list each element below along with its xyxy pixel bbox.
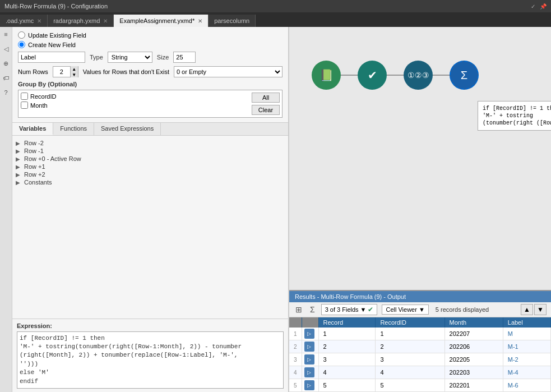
tab-saved-expressions[interactable]: Saved Expressions xyxy=(94,123,161,135)
nav-down-arrow[interactable]: ▼ xyxy=(534,304,547,315)
expand-icon-row-minus1: ▶ xyxy=(16,148,22,154)
create-new-label: Create New Field xyxy=(28,41,76,48)
profile-icon[interactable]: Σ xyxy=(308,305,317,315)
tab-variables-label: Variables xyxy=(19,125,46,132)
clear-button[interactable]: Clear xyxy=(252,105,280,115)
update-existing-radio[interactable] xyxy=(18,31,25,39)
tab-parse[interactable]: parsecolumn xyxy=(209,15,256,27)
tab-example-close[interactable]: ✕ xyxy=(198,18,202,24)
results-title: Results - Multi-Row Formula (9) - Output xyxy=(295,293,406,300)
col-header-record[interactable]: Record xyxy=(318,317,376,328)
tree-row-plus1[interactable]: ▶ Row +1 xyxy=(16,163,285,170)
tab-radar-label: radargraph.yxmd xyxy=(53,17,100,24)
record-icon-0: ▷ xyxy=(304,329,314,339)
pin-icon[interactable]: 📌 xyxy=(540,3,547,10)
recordid-label: RecordID xyxy=(30,93,56,100)
fields-button[interactable]: 3 of 3 Fields ▼ ✔ xyxy=(321,304,378,315)
expand-icon-row-plus2: ▶ xyxy=(16,172,22,178)
tab-functions[interactable]: Functions xyxy=(53,123,94,135)
left-panel: Update Existing Field Create New Field T… xyxy=(12,27,289,392)
tab-load[interactable]: .oad.yxmc ✕ xyxy=(0,15,48,27)
group-by-list: RecordID Month xyxy=(21,93,246,115)
col-header-rownum xyxy=(289,317,302,328)
records-count: 5 records displayed xyxy=(436,306,489,313)
values-select[interactable]: 0 or Empty Null Row value xyxy=(174,66,283,77)
row-icon-1: ▷ xyxy=(302,340,318,353)
canvas-area[interactable]: 📗 ✔ ①②③ Σ if [RecordID] != 1 then 'M-' xyxy=(289,27,551,290)
month-label: Month xyxy=(30,102,48,109)
tree-row-plus2[interactable]: ▶ Row +2 xyxy=(16,170,285,178)
table-body: 1 ▷ 1 1 202207 M 2 ▷ 2 2 202206 M-1 3 ▷ … xyxy=(289,328,551,392)
connector-1 xyxy=(341,75,358,76)
spinner-up[interactable]: ▲ xyxy=(70,66,78,72)
fields-chevron: ▼ xyxy=(360,306,367,313)
row-num-4: 5 xyxy=(289,379,302,392)
col-header-recordid[interactable]: RecordID xyxy=(376,317,444,328)
table-icon[interactable]: ⊞ xyxy=(294,305,304,315)
results-panel: Results - Multi-Row Formula (9) - Output… xyxy=(289,290,551,392)
icon-bar-item-3[interactable]: ⊕ xyxy=(1,58,11,68)
row-label-2: M-2 xyxy=(503,353,550,366)
tree-label-row-active: Row +0 - Active Row xyxy=(24,155,81,162)
spinner-down[interactable]: ▼ xyxy=(70,72,78,77)
update-existing-label: Update Existing Field xyxy=(28,32,86,39)
row-icon-4: ▷ xyxy=(302,379,318,392)
formula-node-icon: Σ xyxy=(461,69,467,82)
tree-row-minus1[interactable]: ▶ Row -1 xyxy=(16,147,285,155)
tab-radar-close[interactable]: ✕ xyxy=(103,18,108,24)
icon-bar-item-1[interactable]: ≡ xyxy=(1,29,11,39)
workflow-node-3[interactable]: ①②③ xyxy=(404,61,433,90)
group-by-box: RecordID Month All Clear xyxy=(18,90,283,118)
icon-bar-item-2[interactable]: ◁ xyxy=(1,44,11,54)
nav-up-arrow[interactable]: ▲ xyxy=(521,304,533,315)
tab-radar[interactable]: radargraph.yxmd ✕ xyxy=(48,15,114,27)
month-checkbox[interactable] xyxy=(21,102,28,109)
minimize-icon[interactable]: ✓ xyxy=(531,3,535,10)
nav-arrows: ▲ ▼ xyxy=(521,304,547,315)
results-header: Results - Multi-Row Formula (9) - Output xyxy=(289,291,551,302)
tab-example-label: ExampleAssignment.yxmd* xyxy=(119,17,195,24)
expression-box[interactable]: if [RecordID] != 1 then 'M-' + tostring(… xyxy=(17,331,284,389)
config-panel: Update Existing Field Create New Field T… xyxy=(12,27,288,123)
col-header-label[interactable]: Label xyxy=(503,317,550,328)
type-label: Type xyxy=(90,54,103,61)
main-layout: ≡ ◁ ⊕ 🏷 ? Update Existing Field Create N… xyxy=(0,27,551,392)
tab-bar: .oad.yxmc ✕ radargraph.yxmd ✕ ExampleAss… xyxy=(0,12,551,27)
tree-row-minus2[interactable]: ▶ Row -2 xyxy=(16,139,285,147)
tab-functions-label: Functions xyxy=(60,125,87,132)
expand-icon-row-minus2: ▶ xyxy=(16,140,22,146)
tree-label-row-plus1: Row +1 xyxy=(24,163,45,170)
cell-viewer-button[interactable]: Cell Viewer ▼ xyxy=(382,305,428,315)
tree-label-constants: Constants xyxy=(24,179,52,186)
tree-row-active[interactable]: ▶ Row +0 - Active Row xyxy=(16,155,285,163)
create-new-radio[interactable] xyxy=(18,41,25,48)
row-month-2: 202205 xyxy=(444,353,503,366)
icon-bar-item-5[interactable]: ? xyxy=(1,87,11,98)
tab-example[interactable]: ExampleAssignment.yxmd* ✕ xyxy=(114,15,209,27)
check-icon: ✔ xyxy=(368,306,373,313)
col-header-record-icon xyxy=(302,317,318,328)
label-input[interactable] xyxy=(18,52,85,63)
record-icon-1: ▷ xyxy=(304,342,314,352)
recordid-checkbox[interactable] xyxy=(21,93,28,100)
all-button[interactable]: All xyxy=(252,93,280,103)
workflow-node-2[interactable]: ✔ xyxy=(358,61,387,90)
tab-load-close[interactable]: ✕ xyxy=(37,18,41,24)
row-label-0: M xyxy=(503,328,550,340)
expand-icon-row-plus1: ▶ xyxy=(16,164,22,170)
workflow-node-4[interactable]: Σ if [RecordID] != 1 then 'M-' + tostrin… xyxy=(450,61,479,90)
tree-constants[interactable]: ▶ Constants xyxy=(16,178,285,186)
type-select[interactable]: String Int32 Double xyxy=(108,52,152,63)
workflow-node-1[interactable]: 📗 xyxy=(312,61,341,90)
number-node-icon: ①②③ xyxy=(408,71,429,80)
tab-variables[interactable]: Variables xyxy=(12,123,53,135)
num-rows-input[interactable] xyxy=(53,68,70,75)
expression-section: Expression: if [RecordID] != 1 then 'M-'… xyxy=(12,319,288,392)
icon-bar-item-4[interactable]: 🏷 xyxy=(1,73,11,83)
size-input[interactable] xyxy=(173,52,196,63)
workflow-tooltip: if [RecordID] != 1 then 'M-' + tostring … xyxy=(478,101,551,131)
tab-parse-label: parsecolumn xyxy=(214,17,249,24)
config-title: Multi-Row Formula (9) - Configuration xyxy=(4,3,108,10)
col-header-month[interactable]: Month xyxy=(444,317,503,328)
row-label-1: M-1 xyxy=(503,340,550,353)
